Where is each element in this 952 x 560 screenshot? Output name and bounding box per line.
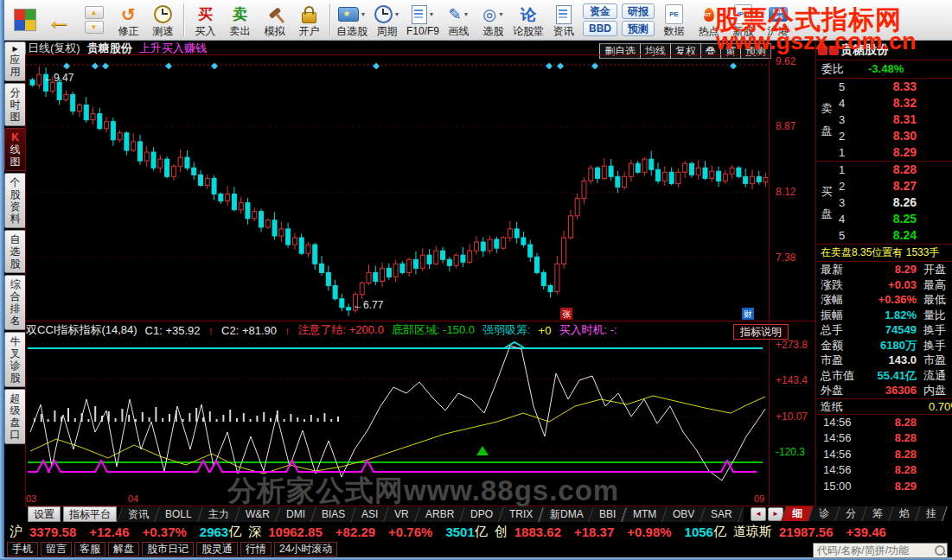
indicator-tab-SAR[interactable]: SAR (700, 507, 744, 522)
tab-button-指标平台[interactable]: 指标平台 (63, 506, 117, 522)
f10-button[interactable]: ▼F10/F9 (405, 1, 441, 39)
status-segment: 亿 (228, 524, 241, 540)
search-input[interactable] (815, 544, 935, 557)
status-segment: 10962.85 (268, 525, 323, 539)
mini-tab-挂[interactable]: 挂 (915, 506, 948, 521)
quote-panel: 贵糖股份 委比 -3.48% 卖盘 58.3348.3238.3128.3018… (816, 41, 952, 506)
status-segment: +82.29 (335, 525, 375, 539)
sidebar-item-牛叉诊股[interactable]: 牛叉诊股 (4, 332, 26, 387)
indicator-tab-OBV[interactable]: OBV (661, 507, 706, 522)
indicator-tab-BOLL[interactable]: BOLL (154, 507, 202, 522)
page-up-down[interactable]: ▲▼ (77, 1, 111, 39)
indicator-tab-MTM[interactable]: MTM (622, 507, 668, 522)
sidebar-item-综合排名[interactable]: 综合排名 (4, 275, 26, 330)
scroll-left-button[interactable]: ◄ (751, 507, 766, 521)
sidebar-item-超级盘口[interactable]: 超级盘口 (4, 389, 26, 444)
bottom-button-行情[interactable]: 行情 (240, 542, 272, 557)
svg-text:←6.77: ←6.77 (353, 299, 384, 311)
bottom-button-股灵通[interactable]: 股灵通 (196, 542, 238, 557)
buy-button[interactable]: 买买入 (188, 1, 222, 39)
price-axis-label: 8.87 (776, 120, 795, 132)
watchlist-button[interactable]: ▼自选股 (335, 1, 369, 39)
order-book-row[interactable]: 38.31 (816, 111, 952, 128)
undo-icon: ↺ (121, 4, 136, 25)
sidebar-item-K线图[interactable]: K线图 (4, 128, 26, 171)
sidebar-item-分时图[interactable]: 分时图 (4, 83, 26, 126)
indicator-help-button[interactable]: 指标说明 (733, 324, 789, 340)
order-book-row[interactable]: 38.26 (816, 194, 952, 211)
funds-bbd-buttons-top[interactable]: 资金 (583, 3, 617, 19)
order-book-row[interactable]: 18.28 (816, 162, 952, 178)
report-forecast-buttons-top[interactable]: 研报 (622, 3, 655, 19)
search-icon (935, 545, 945, 556)
bottom-button-24小时滚动[interactable]: 24小时滚动 (274, 542, 337, 557)
order-book-row[interactable]: 48.32 (816, 95, 952, 111)
stat-row: 最新8.29开盘 (816, 262, 952, 277)
status-segment: +12.46 (89, 525, 129, 539)
open-account-button[interactable]: 开户 (292, 1, 326, 39)
draw-line-button[interactable]: ✎▼画线 (442, 1, 476, 39)
bottom-button-留言[interactable]: 留言 (41, 542, 72, 557)
speedtest-button[interactable]: 测速 (146, 1, 180, 39)
sidebar-item-自选股[interactable]: 自选股 (4, 230, 26, 273)
indicator-value-segment: +0 (539, 324, 552, 337)
back-button[interactable]: ← (42, 1, 76, 39)
bottom-button-股市日记[interactable]: 股市日记 (142, 542, 194, 557)
sector-row[interactable]: 造纸 0.70% (816, 398, 952, 415)
correct-button[interactable]: ↺修正 (112, 1, 145, 39)
status-segment: 2963 (200, 525, 228, 539)
status-segment: 亿 (713, 524, 726, 540)
page-up-button[interactable]: ▲ (85, 6, 104, 19)
svg-text:←9.47: ←9.47 (43, 72, 74, 84)
chevron-down-icon: ▼ (394, 11, 400, 17)
page-down-button[interactable]: ▼ (85, 21, 104, 34)
indicator-value-segment: 买入时机: -: (559, 322, 617, 338)
order-price: 8.29 (840, 144, 917, 161)
stock-picker-button[interactable]: ◎▼选股 (476, 1, 510, 39)
svg-text:◆: ◆ (730, 60, 737, 70)
funds-bbd-buttons-bottom[interactable]: BBD (583, 21, 617, 36)
stat-label-right: 开盘 (923, 262, 946, 277)
sell-button[interactable]: 卖卖出 (223, 1, 257, 39)
bottom-button-客服[interactable]: 客服 (74, 542, 105, 557)
stat-value: 36306 (816, 383, 917, 398)
sidebar-item-个股资料[interactable]: 个股资料 (4, 173, 26, 228)
cci-indicator-chart (26, 339, 768, 493)
indicator-title: 双CCI指标指标(14,84) (26, 322, 137, 338)
svg-text:◆: ◆ (373, 60, 380, 70)
indicator-axis-label: +273.8 (776, 339, 808, 351)
report-forecast-buttons[interactable]: 研报预测 (620, 1, 656, 39)
data-button[interactable]: PE数据 (657, 1, 691, 39)
report-forecast-buttons-bottom[interactable]: 预测 (622, 21, 655, 36)
indicator-tab-资讯[interactable]: 资讯 (117, 507, 160, 522)
sell-queue: 卖盘 58.3348.3238.3128.3018.29 (816, 79, 952, 162)
funds-bbd-buttons[interactable]: 资金BBD (581, 1, 619, 39)
candlestick-chart: ◆◆◆◆◆◆◆◆◆◆←9.47←6.77张财 (26, 55, 768, 321)
price-axis-label: 8.12 (776, 186, 795, 198)
svg-text:◆: ◆ (546, 60, 553, 70)
tick-price: 8.28 (840, 447, 917, 463)
svg-text:◆: ◆ (211, 60, 218, 70)
sidebar-item-应用[interactable]: ▶应用 (4, 41, 26, 81)
stat-row: 总手74549换手 (816, 322, 952, 338)
period-button[interactable]: ▼周期 (370, 1, 404, 39)
tab-button-设置[interactable]: 设置 (28, 506, 61, 522)
indicator-axis: +273.8+143.4+10.07-120.3 (770, 339, 815, 493)
search-box (813, 543, 948, 558)
forum-button[interactable]: 论论股堂 (511, 1, 546, 39)
bottom-button-解盘[interactable]: 解盘 (108, 542, 139, 557)
indicator-x-label: 04 (128, 493, 138, 504)
news-button[interactable]: 资讯 (546, 1, 580, 39)
order-book-row[interactable]: 58.24 (816, 227, 952, 244)
stat-label-right: 最低 (923, 292, 946, 308)
tick-list: 14:568.2814:568.2814:568.2814:568.2815:0… (816, 415, 952, 495)
app-logo[interactable] (8, 1, 42, 39)
order-book-row[interactable]: 48.25 (816, 211, 952, 227)
order-book-row[interactable]: 58.33 (816, 79, 952, 95)
order-book-row[interactable]: 28.30 (816, 128, 952, 144)
quote-panel-inner: 贵糖股份 委比 -3.48% 卖盘 58.3348.3238.3128.3018… (816, 41, 952, 494)
simulate-button[interactable]: 模拟 (258, 1, 291, 39)
bottom-button-手机[interactable]: 手机 (7, 542, 38, 557)
order-book-row[interactable]: 28.27 (816, 178, 952, 194)
order-book-row[interactable]: 18.29 (816, 144, 952, 161)
